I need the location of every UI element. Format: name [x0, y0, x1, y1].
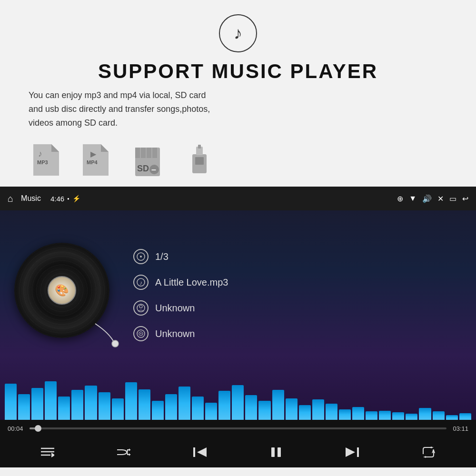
usb-icon [187, 143, 212, 177]
eq-bar [205, 403, 217, 420]
eq-bar [58, 397, 70, 420]
eq-bar [112, 398, 124, 420]
play-pause-button[interactable] [266, 442, 287, 463]
svg-marker-1 [51, 144, 59, 152]
eq-bar [419, 408, 431, 420]
eq-bar [352, 407, 364, 420]
svg-point-29 [140, 333, 141, 334]
wifi-icon: ▼ [409, 194, 416, 203]
svg-text:♪: ♪ [38, 149, 42, 159]
eq-bar [299, 405, 311, 420]
svg-marker-44 [431, 446, 434, 448]
artist-name: Unknown [155, 303, 195, 314]
album-name: Unknown [155, 328, 195, 339]
eq-bar [286, 398, 298, 420]
eq-bar [245, 395, 257, 420]
eq-bar [45, 381, 57, 420]
eq-bar [366, 411, 377, 420]
home-button[interactable]: ⌂ [8, 193, 13, 204]
status-bar: ⌂ Music 4:46 ● ⚡ ⊕ ▼ 🔊 ✕ ▭ ↩ [0, 187, 476, 210]
svg-text:MP4: MP4 [87, 159, 98, 165]
eq-bar [125, 382, 137, 420]
eq-bar [258, 401, 270, 420]
song-name-row: ♪ A Little Love.mp3 [133, 275, 462, 290]
next-button[interactable] [342, 442, 363, 463]
time-current: 00:04 [8, 425, 25, 432]
equalizer [0, 377, 476, 420]
eq-bar [192, 397, 204, 420]
playlist-button[interactable] [37, 442, 58, 463]
eq-bar [5, 384, 17, 420]
page-description: You can enjoy mp3 and mp4 via local, SD … [29, 89, 210, 129]
svg-rect-9 [135, 148, 140, 158]
svg-rect-42 [357, 447, 359, 457]
top-section: ♪ SUPPORT MUSIC PLAYER You can enjoy mp3… [0, 0, 476, 187]
track-number: 1/3 [155, 251, 169, 262]
sd-card-icon: SD – [132, 143, 163, 177]
location-icon: ⊕ [397, 194, 403, 203]
close-icon[interactable]: ✕ [437, 194, 444, 203]
svg-rect-11 [147, 148, 151, 158]
player-main: 🎨 1/3 [0, 210, 476, 375]
vinyl-center-art: 🎨 [48, 276, 76, 305]
eq-bar [178, 387, 190, 420]
svg-text:SD: SD [137, 164, 149, 173]
eq-bar [433, 411, 445, 420]
page-title: SUPPORT MUSIC PLAYER [29, 60, 447, 83]
track-icon [133, 249, 149, 264]
eq-bar [71, 390, 83, 420]
progress-knob[interactable] [35, 425, 41, 432]
eq-bar [218, 391, 230, 420]
artist-row: Unknown [133, 300, 462, 316]
svg-text:–: – [151, 165, 156, 174]
song-icon: ♪ [133, 275, 149, 290]
eq-bar [272, 390, 284, 420]
track-number-row: 1/3 [133, 249, 462, 264]
eq-bar [139, 389, 150, 420]
svg-text:MP3: MP3 [37, 159, 48, 165]
svg-point-20 [112, 340, 119, 347]
eq-bar [18, 394, 30, 420]
eq-bar [379, 411, 391, 420]
eq-bar [99, 392, 110, 420]
shuffle-button[interactable] [113, 442, 134, 463]
prev-button[interactable] [189, 442, 210, 463]
player-section: ⌂ Music 4:46 ● ⚡ ⊕ ▼ 🔊 ✕ ▭ ↩ 🎨 [0, 187, 476, 467]
svg-rect-17 [195, 157, 204, 165]
eq-bar [232, 385, 244, 420]
svg-rect-40 [271, 447, 275, 457]
eq-bar [312, 399, 324, 420]
eq-bar [392, 412, 404, 420]
svg-marker-36 [129, 448, 130, 451]
artist-icon [133, 300, 149, 316]
usb-indicator: ⚡ [72, 195, 80, 202]
repeat-button[interactable]: A [418, 442, 439, 463]
eq-bar [152, 401, 164, 420]
back-icon[interactable]: ↩ [462, 194, 468, 203]
eq-bar [446, 415, 458, 420]
music-icon-circle: ♪ [219, 14, 257, 52]
vinyl-container: 🎨 [14, 243, 119, 347]
status-icons: ⊕ ▼ 🔊 ✕ ▭ ↩ [397, 194, 468, 203]
progress-bar[interactable] [30, 427, 446, 429]
svg-marker-5 [101, 144, 109, 152]
dot-indicator: ● [67, 197, 69, 201]
svg-rect-19 [198, 145, 201, 149]
screen-icon[interactable]: ▭ [449, 194, 456, 203]
svg-rect-12 [152, 148, 157, 158]
eq-bar [326, 404, 337, 420]
svg-rect-41 [278, 447, 281, 457]
eq-bar [165, 394, 177, 420]
svg-text:A: A [432, 449, 435, 454]
eq-bar [459, 413, 471, 420]
svg-marker-43 [346, 447, 355, 457]
volume-icon: 🔊 [422, 194, 432, 203]
eq-bar [339, 409, 351, 420]
song-info: 1/3 ♪ A Little Love.mp3 [133, 249, 462, 341]
eq-bar [31, 388, 43, 420]
mp4-icon: MP4 ▶ [83, 144, 109, 176]
clock: 4:46 [50, 195, 64, 203]
eq-bar [85, 386, 97, 420]
svg-marker-33 [51, 453, 54, 457]
eq-bar [406, 414, 417, 420]
